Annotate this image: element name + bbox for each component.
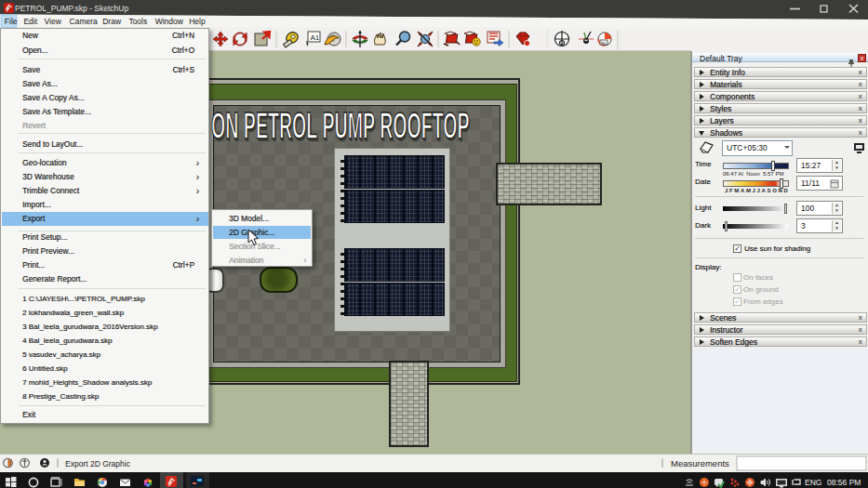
svg-text:PETROL_PUMP.skp - SketchUp: PETROL_PUMP.skp - SketchUp	[15, 4, 128, 13]
svg-text:ENG: ENG	[805, 478, 821, 487]
svg-text:Draw: Draw	[102, 17, 122, 26]
svg-text:Measurements: Measurements	[671, 458, 729, 468]
svg-text:A1: A1	[311, 33, 320, 42]
svg-text:Tools: Tools	[128, 17, 147, 26]
svg-text:08:56 PM: 08:56 PM	[827, 478, 861, 487]
svg-text:View: View	[45, 17, 62, 26]
svg-text:Help: Help	[189, 17, 206, 26]
svg-text:89: 89	[601, 41, 606, 46]
svg-text:Export 2D Graphic: Export 2D Graphic	[65, 459, 131, 468]
svg-text:Edit: Edit	[23, 17, 37, 26]
svg-text:Camera: Camera	[70, 17, 99, 26]
svg-text:Window: Window	[155, 17, 184, 26]
svg-text:File: File	[5, 17, 18, 26]
